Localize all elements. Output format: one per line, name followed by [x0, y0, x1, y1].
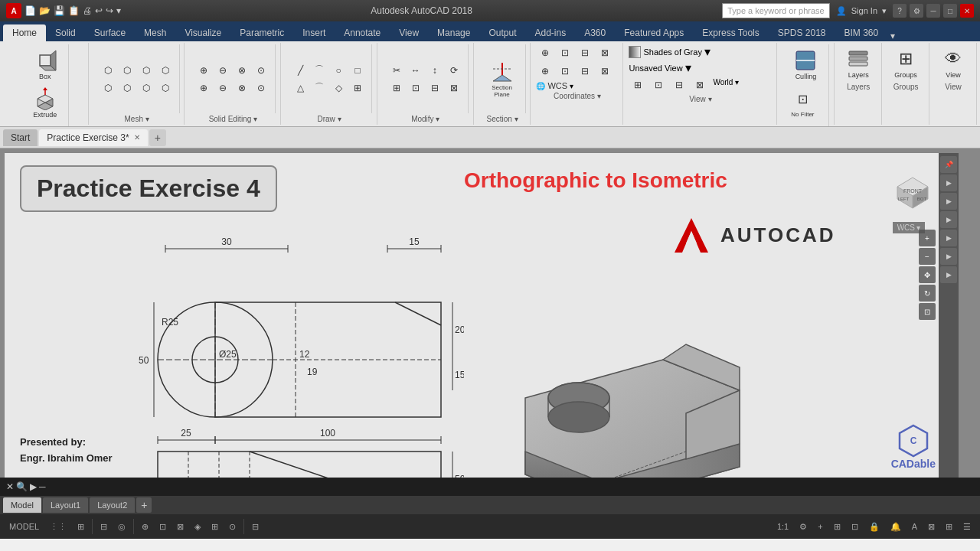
hardware-btn[interactable]: ⊠: [925, 517, 938, 536]
close-practice-tab[interactable]: ✕: [134, 133, 140, 142]
close-btn[interactable]: ✕: [960, 4, 974, 18]
world-dropdown[interactable]: ▾: [570, 82, 573, 90]
mod-2[interactable]: ↔: [407, 62, 425, 79]
panel-btn-3[interactable]: ▶: [940, 211, 957, 228]
layout-btns[interactable]: ⊞: [831, 517, 844, 536]
ws-btn[interactable]: ⊡: [848, 517, 861, 536]
save-btn[interactable]: 💾: [54, 5, 65, 16]
tab-home[interactable]: Home: [3, 24, 46, 41]
cmd-arrow-icon[interactable]: ▶: [30, 481, 37, 492]
tab-spds[interactable]: SPDS 2018: [769, 24, 835, 41]
cmd-close-icon[interactable]: ✕: [6, 481, 14, 492]
tab-mesh[interactable]: Mesh: [135, 24, 175, 41]
panel-btn-4[interactable]: ▶: [940, 230, 957, 246]
tab-addins[interactable]: Add-ins: [526, 24, 576, 41]
signin-label[interactable]: Sign In: [851, 6, 877, 15]
se-7[interactable]: ⊗: [233, 80, 251, 96]
vp-1[interactable]: ⊞: [629, 77, 647, 93]
mesh-tool-3[interactable]: ⬡: [137, 62, 155, 79]
extrude-tool[interactable]: Extrude: [27, 84, 64, 121]
mesh-tool-8[interactable]: ⬡: [156, 80, 175, 96]
shades-selector[interactable]: Shades of Gray ▾: [629, 44, 772, 59]
options-btn[interactable]: ⚙: [910, 4, 923, 18]
mod-4[interactable]: ⟳: [445, 62, 463, 79]
tab-express[interactable]: Express Tools: [693, 24, 768, 41]
coord-5[interactable]: ⊕: [536, 63, 554, 80]
redo-btn[interactable]: ↪: [106, 5, 113, 16]
tab-featured[interactable]: Featured Apps: [615, 24, 693, 41]
se-6[interactable]: ⊖: [214, 80, 232, 96]
mod-5[interactable]: ⊞: [387, 80, 406, 96]
model-tab[interactable]: Model: [3, 497, 41, 513]
dyn-btn[interactable]: ⊟: [249, 517, 262, 536]
vp-zoom-extent[interactable]: ⊡: [919, 303, 936, 320]
mod-7[interactable]: ⊟: [426, 80, 444, 96]
tab-insert[interactable]: Insert: [293, 24, 335, 41]
se-3[interactable]: ⊗: [233, 62, 251, 79]
mod-3[interactable]: ↕: [426, 62, 444, 79]
mesh-tool-7[interactable]: ⬡: [137, 80, 155, 96]
view-selector[interactable]: Unsaved View ▾: [629, 60, 772, 75]
se-8[interactable]: ⊙: [252, 80, 270, 96]
vp-zoom-out[interactable]: −: [919, 248, 936, 265]
panel-btn-2[interactable]: ▶: [940, 193, 957, 210]
draw-5[interactable]: △: [291, 80, 309, 96]
layout2-tab[interactable]: Layout2: [90, 497, 135, 513]
move-gizmo-tool[interactable]: ⊕ MoveGizmo: [787, 122, 818, 127]
tab-solid[interactable]: Solid: [46, 24, 85, 41]
model-status[interactable]: MODEL: [6, 517, 42, 536]
undo-btn[interactable]: ↩: [95, 5, 103, 16]
minimize-btn[interactable]: ─: [926, 4, 940, 18]
practice-tab[interactable]: Practice Exercise 3* ✕: [39, 129, 147, 146]
add-layout-tab[interactable]: +: [136, 497, 152, 513]
tab-visualize[interactable]: Visualize: [175, 24, 230, 41]
grid-btn[interactable]: ⋮⋮: [47, 517, 70, 536]
draw-7[interactable]: ◇: [329, 80, 348, 96]
search-bar[interactable]: Type a keyword or phrase: [722, 3, 830, 18]
drawing-board[interactable]: Practice Exercise 4 Orthographic to Isom…: [5, 153, 959, 478]
world-selector[interactable]: 🌐 WCS ▾: [536, 81, 618, 90]
draw-8[interactable]: ⊞: [348, 80, 367, 96]
start-tab[interactable]: Start: [3, 129, 38, 146]
tab-output[interactable]: Output: [479, 24, 525, 41]
mod-8[interactable]: ⊠: [445, 80, 463, 96]
mesh-tool-6[interactable]: ⬡: [118, 80, 136, 96]
transparency-btn[interactable]: ◈: [191, 517, 204, 536]
draw-2[interactable]: ⌒: [310, 62, 328, 79]
draw-6[interactable]: ⌒: [310, 80, 328, 96]
notify-btn[interactable]: 🔔: [887, 517, 904, 536]
clean-screen-btn[interactable]: ⊞: [942, 517, 956, 536]
tab-parametric[interactable]: Parametric: [230, 24, 293, 41]
lineweight-btn[interactable]: ⊠: [174, 517, 187, 536]
coord-1[interactable]: ⊕: [536, 44, 554, 61]
mesh-tool-4[interactable]: ⬡: [156, 62, 175, 79]
annotation-btn[interactable]: A: [909, 517, 920, 536]
vp-4[interactable]: ⊠: [691, 77, 709, 93]
tab-view[interactable]: View: [390, 24, 428, 41]
scale-display[interactable]: 1:1: [774, 517, 792, 536]
panel-btn-5[interactable]: ▶: [940, 248, 957, 265]
se-4[interactable]: ⊙: [252, 62, 270, 79]
mesh-tool-5[interactable]: ⬡: [99, 80, 117, 96]
vp-pan[interactable]: ✥: [919, 266, 936, 283]
coord-7[interactable]: ⊟: [576, 63, 594, 80]
se-2[interactable]: ⊖: [214, 62, 232, 79]
signin-dropdown[interactable]: ▾: [882, 6, 887, 16]
settings-btn[interactable]: ⚙: [796, 517, 810, 536]
ortho-btn[interactable]: ⊟: [97, 517, 110, 536]
otrack-btn[interactable]: ⊡: [156, 517, 169, 536]
plus-btn[interactable]: +: [815, 517, 825, 536]
coord-8[interactable]: ⊠: [596, 63, 614, 80]
shades-dropdown[interactable]: ▾: [704, 44, 710, 59]
groups-tool[interactable]: ⊞ Groups: [887, 44, 924, 81]
coord-4[interactable]: ⊠: [596, 44, 614, 61]
vp-orbit[interactable]: ↻: [919, 285, 936, 302]
coord-3[interactable]: ⊟: [576, 44, 594, 61]
coord-2[interactable]: ⊡: [556, 44, 574, 61]
view-dropdown[interactable]: ▾: [685, 60, 691, 75]
panel-pin[interactable]: 📌: [940, 156, 957, 173]
draw-4[interactable]: □: [348, 62, 367, 79]
culling-tool[interactable]: Culling: [787, 46, 824, 83]
draw-3[interactable]: ○: [329, 62, 348, 79]
se-5[interactable]: ⊕: [194, 80, 213, 96]
